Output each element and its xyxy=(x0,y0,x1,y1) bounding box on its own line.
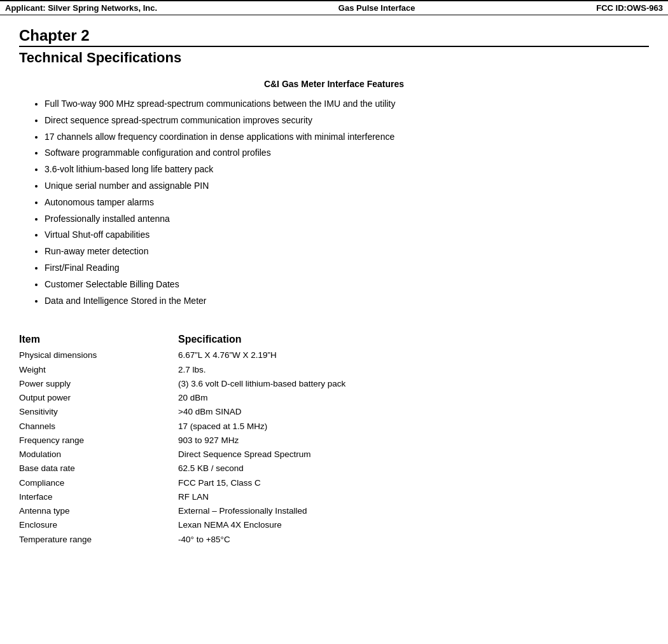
section-title: Technical Specifications xyxy=(19,50,649,66)
specs-row: Channels17 (spaced at 1.5 MHz) xyxy=(19,420,649,433)
specs-row-item: Frequency range xyxy=(19,434,178,447)
feature-item: Direct sequence spread-spectrum communic… xyxy=(45,113,649,128)
feature-item: Full Two-way 900 MHz spread-spectrum com… xyxy=(45,97,649,112)
specs-row-item: Interface xyxy=(19,491,178,504)
specs-row: EnclosureLexan NEMA 4X Enclosure xyxy=(19,519,649,531)
feature-item: Professionally installed antenna xyxy=(45,212,649,227)
features-title: C&I Gas Meter Interface Features xyxy=(19,79,649,89)
applicant-label: Applicant: xyxy=(5,3,46,13)
page-container: Applicant: Silver Spring Networks, Inc. … xyxy=(0,0,668,644)
feature-item: Virtual Shut-off capabilities xyxy=(45,228,649,243)
fcc-label: FCC ID: xyxy=(596,3,627,13)
specs-row: ModulationDirect Sequence Spread Spectru… xyxy=(19,448,649,461)
chapter-heading: Chapter 2 xyxy=(19,27,649,47)
specs-col-item-header: Item xyxy=(19,334,178,345)
specs-col-spec-header: Specification xyxy=(178,334,242,345)
header-fcc-id: FCC ID:OWS-963 xyxy=(596,3,663,13)
feature-item: Customer Selectable Billing Dates xyxy=(45,277,649,292)
header-applicant: Applicant: Silver Spring Networks, Inc. xyxy=(5,3,157,13)
specs-row-spec: -40° to +85°C xyxy=(178,533,649,546)
specs-row-spec: Direct Sequence Spread Spectrum xyxy=(178,448,649,461)
applicant-value: Silver Spring Networks, Inc. xyxy=(48,3,157,13)
feature-item: 3.6-volt lithium-based long life battery… xyxy=(45,162,649,177)
specs-row: Output power20 dBm xyxy=(19,392,649,404)
features-list: Full Two-way 900 MHz spread-spectrum com… xyxy=(19,97,649,308)
specs-row-spec: (3) 3.6 volt D-cell lithium-based batter… xyxy=(178,378,649,390)
specs-row-spec: 6.67”L X 4.76”W X 2.19”H xyxy=(178,349,649,362)
main-content: Chapter 2 Technical Specifications C&I G… xyxy=(0,22,668,560)
specs-row-spec: 62.5 KB / second xyxy=(178,462,649,475)
specs-row-item: Channels xyxy=(19,420,178,433)
specs-row-item: Power supply xyxy=(19,378,178,390)
specs-row-spec: External – Professionally Installed xyxy=(178,505,649,517)
specs-row-item: Antenna type xyxy=(19,505,178,517)
feature-item: 17 channels allow frequency coordination… xyxy=(45,130,649,145)
features-section: C&I Gas Meter Interface Features Full Tw… xyxy=(19,79,649,308)
specs-row: Sensitivity>40 dBm SINAD xyxy=(19,406,649,418)
specs-row: Weight2.7 lbs. xyxy=(19,364,649,376)
header-bar: Applicant: Silver Spring Networks, Inc. … xyxy=(0,0,668,15)
specs-row: Frequency range903 to 927 MHz xyxy=(19,434,649,447)
specs-row-spec: 2.7 lbs. xyxy=(178,364,649,376)
specs-row: ComplianceFCC Part 15, Class C xyxy=(19,477,649,490)
specs-header: Item Specification xyxy=(19,334,649,345)
specs-row-spec: 903 to 927 MHz xyxy=(178,434,649,447)
specs-row-spec: FCC Part 15, Class C xyxy=(178,477,649,490)
feature-item: Autonomous tamper alarms xyxy=(45,195,649,210)
specs-row-item: Enclosure xyxy=(19,519,178,531)
fcc-id-value: OWS-963 xyxy=(627,3,663,13)
specs-row-item: Weight xyxy=(19,364,178,376)
specs-row-item: Physical dimensions xyxy=(19,349,178,362)
feature-item: First/Final Reading xyxy=(45,261,649,276)
specs-row-spec: RF LAN xyxy=(178,491,649,504)
specs-section: Item Specification Physical dimensions6.… xyxy=(19,334,649,546)
feature-item: Run-away meter detection xyxy=(45,244,649,259)
header-document-title: Gas Pulse Interface xyxy=(338,3,415,13)
specs-row-item: Modulation xyxy=(19,448,178,461)
specs-row: Antenna typeExternal – Professionally In… xyxy=(19,505,649,517)
specs-row-item: Temperature range xyxy=(19,533,178,546)
specs-row-spec: 20 dBm xyxy=(178,392,649,404)
specs-row-spec: >40 dBm SINAD xyxy=(178,406,649,418)
specs-row: Physical dimensions6.67”L X 4.76”W X 2.1… xyxy=(19,349,649,362)
specs-rows-container: Physical dimensions6.67”L X 4.76”W X 2.1… xyxy=(19,349,649,546)
specs-row-spec: Lexan NEMA 4X Enclosure xyxy=(178,519,649,531)
feature-item: Data and Intelligence Stored in the Mete… xyxy=(45,294,649,309)
specs-row: Power supply(3) 3.6 volt D-cell lithium-… xyxy=(19,378,649,390)
specs-row-item: Output power xyxy=(19,392,178,404)
specs-row-item: Base data rate xyxy=(19,462,178,475)
specs-row-item: Compliance xyxy=(19,477,178,490)
specs-row-item: Sensitivity xyxy=(19,406,178,418)
feature-item: Software programmable configuration and … xyxy=(45,146,649,161)
specs-row: Base data rate62.5 KB / second xyxy=(19,462,649,475)
specs-row: Temperature range-40° to +85°C xyxy=(19,533,649,546)
specs-row: InterfaceRF LAN xyxy=(19,491,649,504)
specs-row-spec: 17 (spaced at 1.5 MHz) xyxy=(178,420,649,433)
feature-item: Unique serial number and assignable PIN xyxy=(45,179,649,194)
